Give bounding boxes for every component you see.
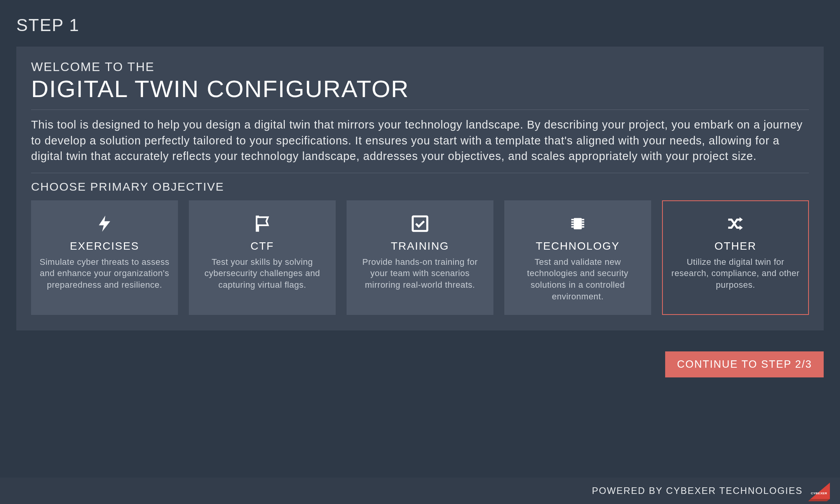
card-desc: Provide hands-on training for your team … [355,256,485,291]
objective-cards: EXERCISES Simulate cyber threats to asse… [31,200,809,315]
page-title: DIGITAL TWIN CONFIGURATOR [31,75,809,103]
svg-rect-1 [574,218,582,229]
card-title: TECHNOLOGY [513,240,643,252]
card-other[interactable]: OTHER Utilize the digital twin for resea… [662,200,809,315]
card-exercises[interactable]: EXERCISES Simulate cyber threats to asse… [31,200,178,315]
svg-text:CYBEXER: CYBEXER [811,492,827,495]
card-title: CTF [197,240,327,252]
svg-marker-10 [810,483,830,499]
card-desc: Utilize the digital twin for research, c… [671,256,800,291]
main-panel: WELCOME TO THE DIGITAL TWIN CONFIGURATOR… [16,47,824,330]
card-title: OTHER [671,240,800,252]
card-desc: Test and validate new technologies and s… [513,256,643,302]
divider [31,173,809,173]
section-label: CHOOSE PRIMARY OBJECTIVE [31,180,809,193]
footer-text: POWERED BY CYBEXER TECHNOLOGIES [592,485,803,496]
card-ctf[interactable]: CTF Test your skills by solving cybersec… [189,200,336,315]
continue-button[interactable]: CONTINUE TO STEP 2/3 [665,351,824,377]
cybexer-logo: CYBEXER [808,480,832,501]
welcome-line: WELCOME TO THE [31,60,809,74]
svg-rect-0 [413,216,427,231]
card-desc: Test your skills by solving cybersecurit… [197,256,327,291]
footer: POWERED BY CYBEXER TECHNOLOGIES CYBEXER [0,478,840,504]
bolt-icon [40,212,169,235]
shuffle-icon [671,212,800,235]
card-title: EXERCISES [40,240,169,252]
flag-icon [197,212,327,235]
checkbox-icon [355,212,485,235]
chip-icon [513,212,643,235]
step-label: STEP 1 [16,16,824,35]
card-desc: Simulate cyber threats to assess and enh… [40,256,169,291]
divider [31,109,809,110]
card-technology[interactable]: TECHNOLOGY Test and validate new technol… [504,200,651,315]
card-title: TRAINING [355,240,485,252]
svg-marker-11 [808,499,830,501]
card-training[interactable]: TRAINING Provide hands-on training for y… [347,200,493,315]
description-text: This tool is designed to help you design… [31,117,809,164]
